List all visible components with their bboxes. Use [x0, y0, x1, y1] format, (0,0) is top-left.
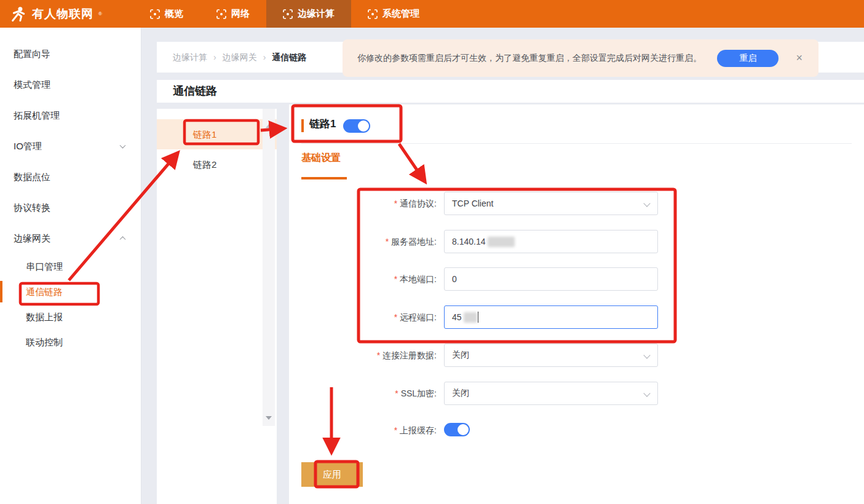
sidebar-item-label: 边缘网关	[14, 233, 50, 243]
required-mark: *	[377, 350, 380, 360]
local-port-input[interactable]: 0	[444, 267, 658, 291]
sidebar-item-expansion-management[interactable]: 拓展机管理	[0, 100, 141, 131]
server-address-input[interactable]: 8.140.14	[444, 230, 658, 253]
sidebar-item-mode-management[interactable]: 模式管理	[0, 69, 141, 100]
sidebar-item-label: 串口管理	[26, 261, 63, 272]
link-settings-panel: 链路1 基础设置 *通信协议: TCP Client *服务器地址: 8.140…	[289, 104, 864, 504]
required-mark: *	[394, 312, 397, 322]
breadcrumb-separator: ›	[213, 52, 216, 62]
sidebar-item-linkage-control[interactable]: 联动控制	[0, 329, 141, 355]
sidebar-item-label: 通信链路	[26, 286, 63, 297]
report-cache-toggle[interactable]	[444, 423, 470, 436]
sidebar-item-config-wizard[interactable]: 配置向导	[0, 39, 141, 69]
select-value: TCP Client	[452, 199, 493, 208]
list-item-label: 链路2	[193, 159, 216, 170]
top-nav: 概览 网络 边缘计算 系统管理	[133, 0, 436, 28]
sidebar-item-protocol-conversion[interactable]: 协议转换	[0, 192, 141, 223]
select-value: 关闭	[452, 388, 469, 399]
form-row-ssl: *SSL加密: 关闭	[289, 382, 864, 405]
title-band: 通信链路	[157, 80, 864, 103]
nav-label: 系统管理	[382, 8, 419, 20]
notice-text: 你修改的参数项需重启后才可生效，为了避免重复重启，全部设置完成后对网关进行重启。	[357, 53, 717, 64]
restart-button[interactable]: 重启	[717, 50, 779, 67]
breadcrumb-item[interactable]: 边缘网关	[223, 52, 257, 62]
required-mark: *	[394, 199, 397, 208]
sidebar-item-label: 数据点位	[14, 171, 50, 182]
divider	[301, 143, 852, 144]
redacted-text	[488, 237, 515, 247]
text-cursor	[478, 312, 478, 323]
list-item-link2[interactable]: 链路2	[157, 149, 277, 179]
field-label: *远程端口:	[289, 305, 437, 329]
input-value: 8.140.14	[452, 237, 486, 246]
sidebar-item-label: IO管理	[14, 141, 42, 151]
page-title: 通信链路	[157, 80, 864, 103]
tab-active-underline	[301, 177, 347, 179]
apply-button[interactable]: 应用	[301, 462, 363, 487]
chevron-down-icon	[120, 143, 126, 149]
breadcrumb-item[interactable]: 边缘计算	[173, 52, 207, 62]
scroll-up-icon[interactable]	[266, 124, 272, 128]
tab-basic-settings[interactable]: 基础设置	[301, 152, 341, 165]
sidebar: 配置向导 模式管理 拓展机管理 IO管理 数据点位 协议转换 边缘网关 串口管理…	[0, 28, 141, 504]
register-data-select[interactable]: 关闭	[444, 344, 658, 367]
sidebar-item-data-report[interactable]: 数据上报	[0, 304, 141, 329]
select-value: 关闭	[452, 350, 469, 361]
field-label: *上报缓存:	[289, 423, 437, 446]
sidebar-item-label: 数据上报	[26, 312, 63, 322]
scan-frame-icon	[368, 9, 378, 19]
brand-title: 有人物联网	[32, 6, 93, 22]
scan-frame-icon	[150, 9, 160, 19]
nav-item-overview[interactable]: 概览	[133, 0, 200, 28]
form-row-remote-port: *远程端口: 45	[289, 305, 864, 329]
redacted-text	[464, 312, 477, 323]
sidebar-item-edge-gateway[interactable]: 边缘网关	[0, 223, 141, 254]
nav-item-system-management[interactable]: 系统管理	[351, 0, 436, 28]
ssl-select[interactable]: 关闭	[444, 382, 658, 405]
required-mark: *	[394, 425, 397, 435]
form-row-protocol: *通信协议: TCP Client	[289, 192, 864, 215]
scan-frame-icon	[283, 9, 293, 19]
field-label: *SSL加密:	[289, 382, 437, 405]
sidebar-item-data-points[interactable]: 数据点位	[0, 162, 141, 192]
form-row-local-port: *本地端口: 0	[289, 267, 864, 291]
breadcrumb-separator: ›	[263, 52, 266, 62]
sidebar-item-comm-link[interactable]: 通信链路	[0, 279, 141, 304]
scrollbar[interactable]	[263, 109, 275, 426]
sidebar-item-label: 配置向导	[14, 49, 50, 59]
field-label: *通信协议:	[289, 192, 437, 215]
brand[interactable]: 有人物联网 ®	[0, 6, 120, 23]
sidebar-item-serial-management[interactable]: 串口管理	[0, 254, 141, 279]
chevron-up-icon	[120, 236, 126, 242]
required-mark: *	[395, 388, 398, 398]
sidebar-item-label: 协议转换	[14, 202, 50, 213]
required-mark: *	[394, 274, 397, 284]
form-row-register-data: *连接注册数据: 关闭	[289, 344, 864, 367]
restart-notice-banner: 你修改的参数项需重启后才可生效，为了避免重复重启，全部设置完成后对网关进行重启。…	[343, 39, 818, 77]
brand-logo-icon	[10, 6, 27, 23]
input-value: 0	[452, 274, 457, 284]
form-row-report-cache: *上报缓存:	[289, 423, 864, 446]
list-item-link1[interactable]: 链路1	[157, 119, 277, 149]
active-indicator-bar	[0, 281, 2, 302]
sidebar-item-label: 拓展机管理	[14, 110, 60, 120]
link-header-title: 链路1	[309, 117, 336, 131]
protocol-select[interactable]: TCP Client	[444, 192, 658, 215]
nav-item-network[interactable]: 网络	[200, 0, 266, 28]
input-value: 45	[452, 312, 462, 322]
chevron-down-icon	[643, 352, 650, 358]
remote-port-input[interactable]: 45	[444, 305, 658, 329]
field-label: *本地端口:	[289, 267, 437, 291]
scroll-down-icon[interactable]	[266, 416, 272, 420]
nav-item-edge-computing[interactable]: 边缘计算	[266, 0, 351, 28]
chevron-down-icon	[643, 390, 650, 396]
list-item-label: 链路1	[193, 129, 216, 140]
nav-label: 网络	[231, 8, 250, 20]
scan-frame-icon	[216, 9, 226, 19]
breadcrumb-current: 通信链路	[272, 52, 306, 62]
close-icon[interactable]: ×	[796, 52, 803, 65]
sidebar-item-label: 模式管理	[14, 79, 50, 90]
sidebar-item-io-management[interactable]: IO管理	[0, 131, 141, 162]
link-enable-toggle[interactable]	[343, 119, 370, 133]
chevron-down-icon	[643, 200, 650, 207]
